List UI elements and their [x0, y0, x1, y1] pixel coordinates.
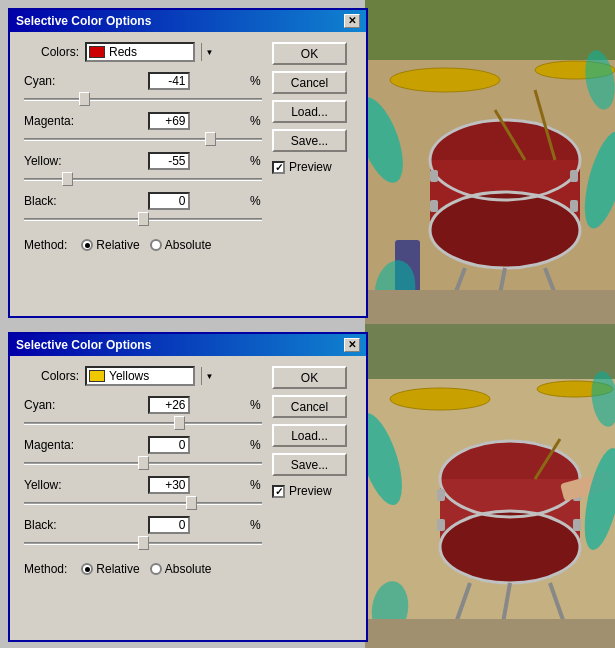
bottom-magenta-label: Magenta: — [24, 438, 89, 452]
bottom-yellow-label: Yellow: — [24, 478, 89, 492]
top-yellow-slider[interactable] — [24, 172, 262, 186]
bottom-dialog-right-panel: OK Cancel Load... Save... ✓ Preview — [272, 366, 352, 576]
top-method-row: Method: Relative Absolute — [24, 238, 262, 252]
top-dialog-title: Selective Color Options — [16, 14, 151, 28]
bottom-dialog-close-button[interactable]: ✕ — [344, 338, 360, 352]
bottom-magenta-row: Magenta: % — [24, 436, 262, 470]
bottom-black-row: Black: % — [24, 516, 262, 550]
top-magenta-thumb[interactable] — [205, 132, 216, 146]
top-cyan-input[interactable] — [148, 72, 190, 90]
bottom-colors-label: Colors: — [24, 369, 79, 383]
svg-rect-7 — [570, 170, 578, 182]
top-load-button[interactable]: Load... — [272, 100, 347, 123]
top-ok-button[interactable]: OK — [272, 42, 347, 65]
bottom-black-input[interactable] — [148, 516, 190, 534]
top-colors-row: Colors: Reds ▼ — [24, 42, 262, 62]
bottom-ok-button[interactable]: OK — [272, 366, 347, 389]
top-preview-row[interactable]: ✓ Preview — [272, 160, 352, 174]
top-method-absolute-option[interactable]: Absolute — [150, 238, 212, 252]
bottom-dialog-left-panel: Colors: Yellows ▼ Cyan: % — [24, 366, 262, 576]
top-black-slider[interactable] — [24, 212, 262, 226]
top-yellow-pct: % — [248, 154, 262, 168]
bottom-dropdown-arrow[interactable]: ▼ — [201, 367, 217, 385]
top-dialog-left-panel: Colors: Reds ▼ Cyan: % — [24, 42, 262, 252]
svg-rect-9 — [570, 200, 578, 212]
bottom-black-thumb[interactable] — [138, 536, 149, 550]
bottom-colors-dropdown[interactable]: Yellows — [85, 366, 195, 386]
top-cyan-label: Cyan: — [24, 74, 89, 88]
top-magenta-input[interactable] — [148, 112, 190, 130]
bottom-cyan-input[interactable] — [148, 396, 190, 414]
bottom-cancel-button[interactable]: Cancel — [272, 395, 347, 418]
bottom-cyan-slider[interactable] — [24, 416, 262, 430]
svg-rect-35 — [437, 519, 445, 531]
top-cancel-button[interactable]: Cancel — [272, 71, 347, 94]
top-dialog: Selective Color Options ✕ Colors: Reds ▼ — [8, 8, 368, 318]
top-black-label: Black: — [24, 194, 89, 208]
bottom-preview-checkbox[interactable]: ✓ — [272, 485, 285, 498]
top-color-name: Reds — [109, 45, 191, 59]
bottom-photo-area — [365, 324, 615, 648]
bottom-drum-svg — [365, 324, 615, 648]
top-magenta-label: Magenta: — [24, 114, 89, 128]
svg-rect-34 — [573, 519, 581, 531]
bottom-cyan-label: Cyan: — [24, 398, 89, 412]
top-preview-checkbox[interactable]: ✓ — [272, 161, 285, 174]
top-dialog-titlebar: Selective Color Options ✕ — [10, 10, 366, 32]
top-magenta-pct: % — [248, 114, 262, 128]
bottom-magenta-slider[interactable] — [24, 456, 262, 470]
bottom-absolute-radio[interactable] — [150, 563, 162, 575]
top-yellow-input[interactable] — [148, 152, 190, 170]
bottom-yellow-slider[interactable] — [24, 496, 262, 510]
svg-rect-47 — [365, 619, 615, 648]
svg-rect-1 — [365, 0, 615, 60]
top-relative-label: Relative — [96, 238, 139, 252]
bottom-preview-row[interactable]: ✓ Preview — [272, 484, 352, 498]
bottom-yellow-thumb[interactable] — [186, 496, 197, 510]
bottom-save-button[interactable]: Save... — [272, 453, 347, 476]
bottom-yellow-input[interactable] — [148, 476, 190, 494]
top-relative-radio[interactable] — [81, 239, 93, 251]
top-method-relative-option[interactable]: Relative — [81, 238, 139, 252]
bottom-yellow-pct: % — [248, 478, 262, 492]
bottom-drum-photo — [365, 324, 615, 648]
top-absolute-radio[interactable] — [150, 239, 162, 251]
bottom-magenta-input[interactable] — [148, 436, 190, 454]
top-dialog-close-button[interactable]: ✕ — [344, 14, 360, 28]
svg-rect-33 — [437, 489, 445, 501]
top-preview-label: Preview — [289, 160, 332, 174]
bottom-magenta-thumb[interactable] — [138, 456, 149, 470]
top-absolute-label: Absolute — [165, 238, 212, 252]
bottom-cyan-pct: % — [248, 398, 262, 412]
top-save-button[interactable]: Save... — [272, 129, 347, 152]
bottom-method-absolute-option[interactable]: Absolute — [150, 562, 212, 576]
top-cyan-pct: % — [248, 74, 262, 88]
bottom-black-label: Black: — [24, 518, 89, 532]
top-black-thumb[interactable] — [138, 212, 149, 226]
bottom-absolute-label: Absolute — [165, 562, 212, 576]
top-cyan-thumb[interactable] — [79, 92, 90, 106]
bottom-dialog-title: Selective Color Options — [16, 338, 151, 352]
bottom-dialog-titlebar: Selective Color Options ✕ — [10, 334, 366, 356]
top-black-input[interactable] — [148, 192, 190, 210]
bottom-magenta-pct: % — [248, 438, 262, 452]
bottom-method-relative-option[interactable]: Relative — [81, 562, 139, 576]
top-magenta-slider[interactable] — [24, 132, 262, 146]
bottom-color-name: Yellows — [109, 369, 191, 383]
bottom-preview-label: Preview — [289, 484, 332, 498]
top-cyan-slider[interactable] — [24, 92, 262, 106]
bottom-colors-row: Colors: Yellows ▼ — [24, 366, 262, 386]
bottom-load-button[interactable]: Load... — [272, 424, 347, 447]
bottom-relative-radio[interactable] — [81, 563, 93, 575]
svg-point-14 — [390, 68, 500, 92]
top-cyan-row: Cyan: % — [24, 72, 262, 106]
top-yellow-thumb[interactable] — [62, 172, 73, 186]
top-dialog-right-panel: OK Cancel Load... Save... ✓ Preview — [272, 42, 352, 252]
top-dropdown-arrow[interactable]: ▼ — [201, 43, 217, 61]
top-colors-dropdown[interactable]: Reds — [85, 42, 195, 62]
bottom-yellow-row: Yellow: % — [24, 476, 262, 510]
bottom-black-slider[interactable] — [24, 536, 262, 550]
bottom-method-label: Method: — [24, 562, 67, 576]
bottom-cyan-thumb[interactable] — [174, 416, 185, 430]
top-photo-area — [365, 0, 615, 324]
